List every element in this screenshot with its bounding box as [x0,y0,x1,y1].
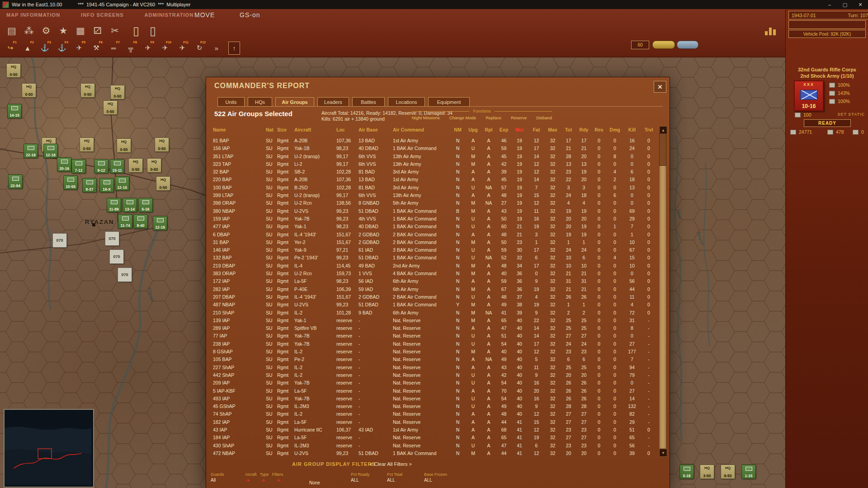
close-dialog-button[interactable]: ✕ [654,81,666,93]
aircraft-filter-icon[interactable]: ✈ [261,478,265,483]
editor-scissors-icon[interactable]: ✂ [107,23,123,39]
table-row[interactable]: 289 IAPSURgmtSpitfire VBreserve-Nat. Res… [213,324,660,332]
function-change-mode[interactable]: Change Mode [449,115,476,120]
tab-units[interactable]: Units [217,97,245,107]
clear-all-filters-button[interactable]: < Clear All Filters > [370,461,412,467]
table-row[interactable]: 32 BAPSURgmtSB-2102,2881 BAD3rd Air Army… [213,168,660,176]
table-row[interactable]: 210 ShAPSURgmtIL-2101,289 BAD6th Air Arm… [213,309,660,317]
table-row[interactable]: 442 ShAPSURgmtIL-2reserve-Nat. ReserveNU… [213,371,660,379]
move-mode-icon[interactable]: ↪F1 [4,42,17,54]
table-row[interactable]: 8 GShAPSURgmtIL-2reserve-Nat. ReserveNMA… [213,348,660,356]
map-unit-counter[interactable]: HQ0-50 [155,137,169,152]
table-row[interactable]: 159 IAPSURgmtYak-7B99,234th VVS1 BAK Air… [213,215,660,223]
map-unit-counter[interactable]: 8-37 [82,178,97,192]
table-row[interactable]: 399 LTAPSURgmtU-2 (transp)99,176th VVS13… [213,192,660,199]
close-window-button[interactable]: ✕ [853,0,868,9]
map-unit-counter[interactable]: 14-15 [7,104,22,118]
battery-b-icon[interactable]: ▯ [145,23,161,39]
column-header-fat[interactable]: Fat [528,127,545,132]
tab-air-groups[interactable]: Air Groups [275,97,314,107]
next-phase-icon[interactable]: » [210,42,223,54]
table-row[interactable]: 31 BAPSURgmtYer-2151,672 GDBAD2 BAK Air … [213,239,660,246]
set-static-button[interactable]: SET STATIC [837,112,865,117]
column-header-exp[interactable]: Exp [497,127,511,132]
table-row[interactable]: 207 DBAPSURgmtIL-4 '1943'151,672 GDBAD2 … [213,293,660,301]
map-unit-counter[interactable]: 13-14 [123,198,137,212]
map-unit-counter[interactable]: 7-12 [71,159,86,174]
column-header-rpl[interactable]: Rpl [481,127,497,132]
menu-item-administration[interactable]: ADMINISTRATION [145,12,194,18]
map-unit-counter[interactable]: HQ0-50 [80,137,94,152]
map-unit-counter[interactable]: 22-94 [8,174,23,189]
table-row[interactable]: 227 ShAPSURgmtIL-2reserve-Nat. ReserveNA… [213,364,660,371]
table-row[interactable]: 45 GShAPSURgmtIL-2M3reserve-Nat. Reserve… [213,403,660,410]
scroll-up-map-button[interactable]: ↑ [228,42,240,55]
column-header-air-base[interactable]: Air Base [359,127,393,132]
units-list-icon[interactable]: ⁂ [21,23,37,39]
map-unit-counter[interactable]: 9-12 [94,159,108,174]
table-row[interactable]: 172 IAPSURgmtLa-5F98,2356 IAD6th Air Arm… [213,277,660,285]
function-night-missions[interactable]: Night Missions [412,115,440,120]
table-row[interactable]: 383 ORAPSURgmtU-2 Rcn159,731 VVS4 BAK Ai… [213,270,660,277]
column-header-nm[interactable]: NM [450,127,466,132]
table-row[interactable]: 100 BAPSURgmtB-25D102,2881 BAD3rd Air Ar… [213,184,660,192]
map-unit-counter[interactable]: HQ0-50 [156,176,170,191]
yellow-toggle-button[interactable] [652,41,675,49]
table-row[interactable]: 477 IAPSURgmtYak-198,2340 DBAD1 BAK Air … [213,223,660,230]
map-unit-counter[interactable]: 11-74 [118,214,132,229]
table-row[interactable]: 323 TAPSURgmtLi-299,176th VVS13th Air Ar… [213,160,660,168]
aircraft-filter-icon[interactable]: ✈ [277,478,281,483]
map-unit-counter[interactable]: 12-15 [153,216,167,230]
map-unit-counter[interactable]: HQ3-50 [700,465,714,479]
table-row[interactable]: 282 IAPSURgmtP-40E106,3959 IAD6th Air Ar… [213,286,660,293]
scrollbar-track[interactable] [659,133,666,449]
selected-unit-counter[interactable]: XXX 10-16 [794,80,824,111]
column-header-name[interactable]: Name [213,127,266,132]
air-drop-icon[interactable]: ✈F11 [175,42,189,54]
map-unit-counter[interactable]: 070 [109,249,124,264]
recon-icon[interactable]: ↻F12 [193,42,206,54]
rail-mode-icon[interactable]: ▲F2 [21,42,34,54]
map-unit-counter[interactable]: 8-40 [133,214,148,229]
pct-total-filter-value[interactable]: ALL [387,478,395,483]
column-header-aircraft[interactable]: Aircraft [294,127,336,132]
screenshot-icon[interactable]: ▦ [72,23,89,39]
aircraft-type-filter-value[interactable]: None [309,480,320,485]
tab-hqs[interactable]: HQs [248,97,272,107]
column-header-kill[interactable]: Kill [623,127,642,132]
tab-equipment[interactable]: Equipment [428,97,470,107]
map-unit-counter[interactable]: HQ0-50 [128,158,143,173]
column-header-loc[interactable]: Loc [336,127,359,132]
map-unit-counter[interactable]: HQ0-50 [80,83,95,98]
tab-leaders[interactable]: Leaders [317,97,349,107]
column-header-max[interactable]: Max [545,127,561,132]
map-unit-counter[interactable]: 12-15 [115,176,129,191]
hex-stack-icon[interactable]: ▤ [4,23,20,39]
table-row[interactable]: 182 IAPSURgmtLa-5Freserve-Nat. ReserveNA… [213,418,660,426]
table-row[interactable]: 5 IAP-KBFSURgmtLa-5Freserve-Nat. Reserve… [213,387,660,395]
naval-mode-icon[interactable]: ⚓F3 [38,42,52,54]
column-header-air-command[interactable]: Air Command [393,127,450,132]
aircraft-filter-icon[interactable]: ✈ [246,478,250,483]
map-unit-counter[interactable]: HQ0-50 [22,83,36,98]
maximize-button[interactable]: ▢ [837,0,853,9]
map-unit-counter[interactable]: HQ0-50 [110,85,125,99]
map-unit-counter[interactable]: 19-X [99,178,114,192]
column-header-mor[interactable]: Mor [511,127,528,132]
ground-attack-icon[interactable]: ✈F9 [141,42,155,54]
function-disband[interactable]: Disband [536,115,552,120]
map-unit-counter[interactable]: 12-16 [43,144,58,158]
column-header-tot[interactable]: Tot [561,127,577,132]
map-unit-counter[interactable]: 1-15 [741,465,756,479]
function-replace[interactable]: Replace [486,115,501,120]
pct-ready-filter-value[interactable]: ALL [351,478,359,483]
table-row[interactable]: 74 ShAPSURgmtIL-2reserve-Nat. ReserveNAA… [213,410,660,418]
table-row[interactable]: 220 BAPSURgmtA-20B107,3613 BAD1st Air Ar… [213,176,660,183]
guards-filter-value[interactable]: All [211,478,216,483]
map-unit-counter[interactable]: 5-16 [138,198,153,212]
map-unit-counter[interactable]: 15-11 [110,159,124,174]
table-row[interactable]: 105 BAPSURgmtPe-2reserve-Nat. ReserveNAN… [213,356,660,363]
table-row[interactable]: 219 DBAPSURgmtIL-4114,4549 BAD2nd Air Ar… [213,262,660,270]
battery-a-icon[interactable]: ▯ [128,23,144,39]
map-unit-counter[interactable]: HQ9-50 [721,465,735,479]
